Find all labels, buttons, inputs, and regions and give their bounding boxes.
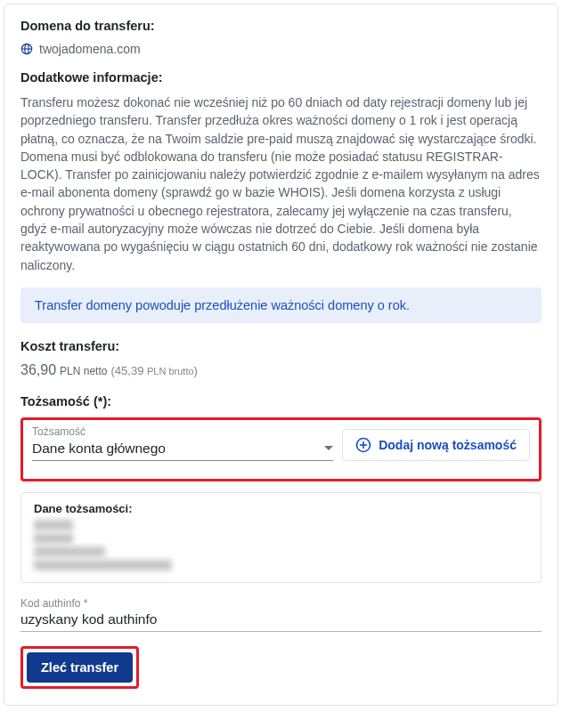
- authinfo-label: Kod authinfo *: [20, 597, 542, 610]
- info-text: Transferu możesz dokonać nie wcześniej n…: [20, 93, 542, 274]
- submit-highlight: Zleć transfer: [20, 646, 139, 689]
- domain-value: twojadomena.com: [39, 42, 141, 56]
- identity-data-box: Dane tożsamości:: [20, 492, 542, 583]
- identity-header: Tożsamość (*):: [20, 394, 542, 408]
- info-label: Dodatkowe informacje:: [20, 70, 542, 85]
- cost-row: 36,90 PLN netto (45,39 PLN brutto): [20, 362, 542, 378]
- notice-box: Transfer domeny powoduje przedłużenie wa…: [20, 287, 542, 323]
- add-identity-label: Dodaj nową tożsamość: [379, 438, 517, 452]
- identity-select[interactable]: Tożsamość Dane konta głównego: [32, 425, 333, 461]
- cost-net-currency: PLN netto: [60, 365, 107, 377]
- cost-gross-value: 45,39: [115, 364, 144, 377]
- transfer-card: Domena do transferu: twojadomena.com Dod…: [4, 4, 558, 706]
- authinfo-field: Kod authinfo *: [20, 597, 542, 632]
- cost-net-value: 36,90: [20, 362, 56, 377]
- chevron-down-icon: [324, 446, 333, 450]
- authinfo-input[interactable]: [20, 610, 542, 632]
- cost-gross-currency: PLN brutto: [147, 366, 194, 376]
- add-identity-button[interactable]: Dodaj nową tożsamość: [342, 429, 530, 461]
- globe-icon: [20, 43, 33, 55]
- domain-row: twojadomena.com: [20, 42, 542, 56]
- identity-select-value: Dane konta głównego: [32, 441, 166, 457]
- cost-label: Koszt transferu:: [20, 339, 542, 353]
- identity-data-blurred: [34, 520, 528, 570]
- identity-data-label: Dane tożsamości:: [34, 502, 528, 515]
- domain-label: Domena do transferu:: [20, 19, 542, 33]
- submit-button[interactable]: Zleć transfer: [27, 652, 133, 683]
- identity-select-label: Tożsamość: [32, 425, 333, 438]
- identity-highlight: Tożsamość Dane konta głównego Dodaj nową…: [20, 417, 542, 481]
- plus-circle-icon: [355, 437, 371, 453]
